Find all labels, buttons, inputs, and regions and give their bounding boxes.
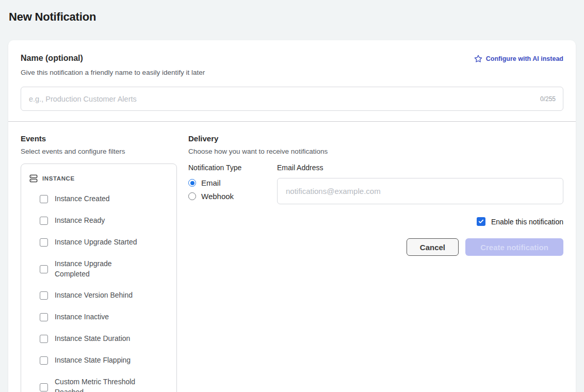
event-item-instance-version-behind[interactable]: Instance Version Behind [40,290,168,301]
events-panel[interactable]: INSTANCE Instance Created Instance Ready… [21,164,177,392]
event-item-custom-metric-threshold[interactable]: Custom Metric Threshold Reached [40,377,168,392]
email-address-input[interactable] [277,178,563,204]
event-group-instance: INSTANCE [29,174,168,183]
event-item-instance-state-duration[interactable]: Instance State Duration [40,334,168,344]
event-group-label: INSTANCE [42,175,75,182]
name-input[interactable] [21,87,563,111]
event-item-instance-state-flapping[interactable]: Instance State Flapping [40,355,168,366]
delivery-heading: Delivery [188,134,563,143]
checkbox-icon[interactable] [40,238,48,247]
event-item-label: Instance Upgrade Completed [55,259,145,280]
events-section: Events Select events and configure filte… [21,134,177,392]
checkbox-icon[interactable] [40,291,48,300]
checkbox-icon[interactable] [40,335,48,343]
checkbox-icon[interactable] [40,195,48,203]
server-icon [29,174,38,183]
checkbox-icon[interactable] [40,356,48,365]
event-item-instance-upgrade-started[interactable]: Instance Upgrade Started [40,237,168,248]
enable-notification-checkbox[interactable] [477,217,485,226]
events-subtitle: Select events and configure filters [21,148,177,155]
new-notification-card: Name (optional) Configure with AI instea… [8,40,576,392]
event-item-instance-upgrade-completed[interactable]: Instance Upgrade Completed [40,259,168,280]
configure-with-ai-label: Configure with AI instead [486,55,563,62]
radio-unselected-icon[interactable] [188,192,196,200]
delivery-subtitle: Choose how you want to receive notificat… [188,148,563,155]
page-title: New Notification [0,0,584,24]
checkbox-icon[interactable] [40,313,48,321]
event-item-instance-created[interactable]: Instance Created [40,194,168,204]
radio-option-label: Email [201,178,221,187]
email-address-label: Email Address [277,164,563,172]
event-item-label: Instance Ready [55,216,105,226]
enable-notification-label: Enable this notification [491,218,563,226]
event-item-label: Instance State Duration [55,334,130,344]
event-item-label: Custom Metric Threshold Reached [55,377,145,392]
delivery-section: Delivery Choose how you want to receive … [188,134,563,392]
event-item-instance-inactive[interactable]: Instance Inactive [40,312,168,322]
radio-selected-icon[interactable] [188,179,196,187]
notification-type-label: Notification Type [188,164,277,172]
create-notification-button[interactable]: Create notification [465,238,563,256]
event-item-instance-ready[interactable]: Instance Ready [40,216,168,226]
name-section-subtitle: Give this notification a friendly name t… [21,69,563,76]
checkbox-icon[interactable] [40,265,48,273]
checkbox-icon[interactable] [40,383,48,391]
star-icon [474,55,482,63]
radio-option-label: Webhook [201,192,234,201]
cancel-button[interactable]: Cancel [407,238,459,256]
checkbox-icon[interactable] [40,217,48,225]
radio-option-webhook[interactable]: Webhook [188,192,277,201]
event-item-label: Instance State Flapping [55,355,131,366]
configure-with-ai-link[interactable]: Configure with AI instead [474,55,563,63]
event-item-label: Instance Upgrade Started [55,237,137,248]
radio-option-email[interactable]: Email [188,178,277,187]
event-item-label: Instance Version Behind [55,290,133,301]
name-section: Name (optional) Configure with AI instea… [8,40,576,122]
char-counter: 0/255 [540,95,556,103]
name-section-heading: Name (optional) [21,54,83,63]
events-heading: Events [21,134,177,143]
event-item-label: Instance Inactive [55,312,109,322]
event-item-label: Instance Created [55,194,110,204]
